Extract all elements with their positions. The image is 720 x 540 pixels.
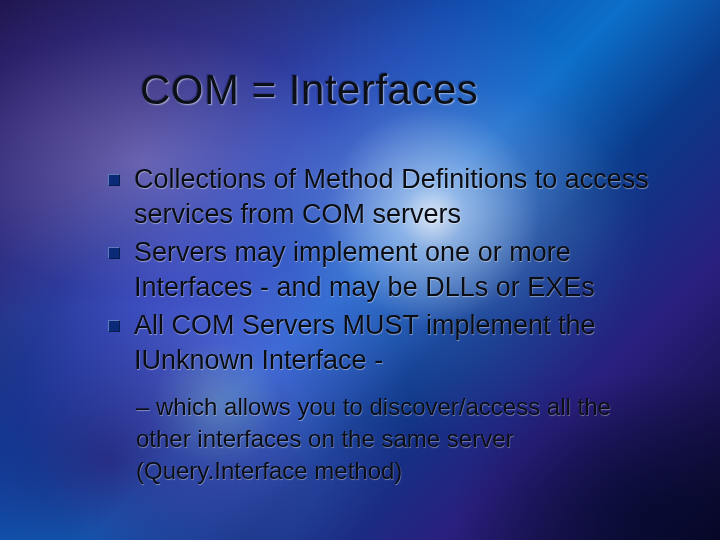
bullet-square-icon bbox=[108, 247, 120, 259]
slide: COM = Interfaces Collections of Method D… bbox=[0, 0, 720, 540]
sub-list-item: – which allows you to discover/access al… bbox=[136, 391, 660, 486]
sub-bullet-text: – which allows you to discover/access al… bbox=[136, 393, 611, 483]
bullet-square-icon bbox=[108, 174, 120, 186]
slide-body: Collections of Method Definitions to acc… bbox=[108, 162, 660, 486]
list-item: All COM Servers MUST implement the IUnkn… bbox=[108, 308, 660, 377]
bullet-text: All COM Servers MUST implement the IUnkn… bbox=[134, 308, 660, 377]
bullet-square-icon bbox=[108, 320, 120, 332]
list-item: Servers may implement one or more Interf… bbox=[108, 235, 660, 304]
list-item: Collections of Method Definitions to acc… bbox=[108, 162, 660, 231]
bullet-text: Servers may implement one or more Interf… bbox=[134, 235, 660, 304]
bullet-text: Collections of Method Definitions to acc… bbox=[134, 162, 660, 231]
slide-title: COM = Interfaces bbox=[140, 66, 478, 114]
